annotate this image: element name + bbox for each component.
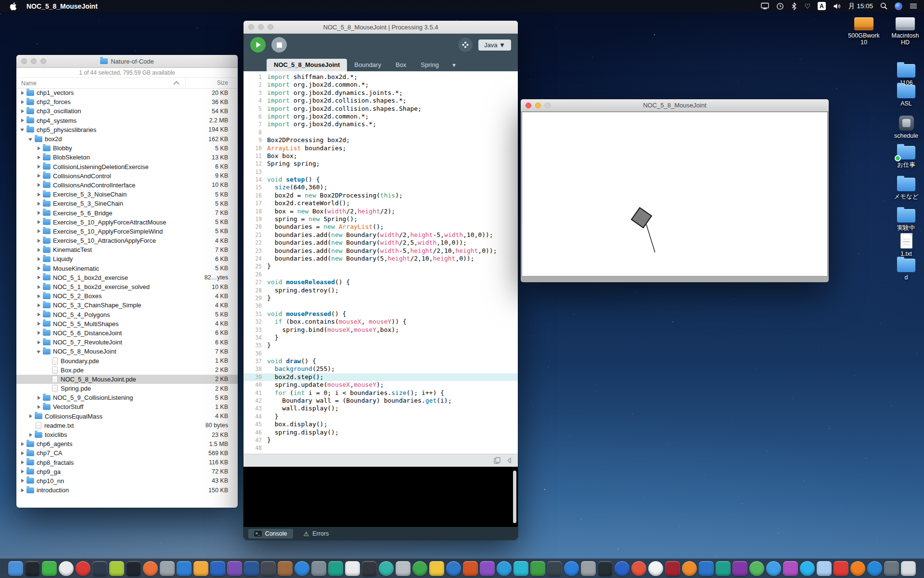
disclosure-triangle[interactable] [20, 127, 25, 132]
disclosure-triangle[interactable] [37, 155, 41, 160]
code-line[interactable]: 2import org.jbox2d.common.*; [244, 81, 518, 89]
code-line[interactable]: 30 [244, 302, 518, 310]
list-item[interactable]: Exercise_5_10_ApplyForceSimpleWind5 KB [16, 227, 238, 236]
list-item[interactable]: chp2_forces36 KB [16, 97, 238, 106]
code-line[interactable]: 29} [244, 294, 518, 302]
list-item[interactable]: CollisionsAndControlInterface10 KB [16, 181, 238, 190]
desktop-item[interactable]: schedule [888, 116, 924, 139]
list-item[interactable]: NOC_5_7_RevoluteJoint6 KB [16, 338, 238, 347]
dock-icon[interactable] [749, 561, 764, 576]
disclosure-triangle[interactable] [37, 220, 41, 224]
dock-icon[interactable] [564, 561, 579, 576]
editor-tab[interactable]: Spring [413, 59, 446, 71]
list-item[interactable]: chp6_agents1.5 MB [16, 439, 238, 448]
dock-icon[interactable] [25, 561, 40, 576]
list-item[interactable]: NOC_5_3_ChainShape_Simple4 KB [16, 301, 238, 310]
dock-icon[interactable] [817, 561, 832, 576]
list-item[interactable]: chp10_nn43 KB [16, 476, 238, 486]
dock-icon[interactable] [732, 561, 747, 576]
disclosure-triangle[interactable] [37, 294, 41, 299]
desktop-item[interactable]: お仕事 [888, 146, 924, 168]
list-item[interactable]: readme.txt80 bytes [16, 421, 238, 430]
code-line[interactable]: 38 background(255); [244, 365, 518, 373]
list-item[interactable]: CollisionsEqualMass4 KB [16, 412, 238, 421]
disclosure-triangle[interactable] [37, 201, 41, 206]
bluetooth-icon[interactable] [791, 2, 797, 10]
code-line[interactable]: 13 [244, 168, 518, 176]
apple-menu-icon[interactable] [10, 2, 17, 11]
dock-icon[interactable] [412, 561, 427, 576]
desktop-item[interactable]: Macintosh HD [887, 17, 924, 46]
dock-icon[interactable] [396, 561, 411, 576]
debug-button[interactable] [458, 38, 473, 52]
code-line[interactable]: 20 boundaries = new ArrayList(); [244, 223, 518, 231]
dock-icon[interactable] [328, 561, 343, 576]
input-source-icon[interactable]: A [818, 2, 826, 10]
code-line[interactable]: 8 [244, 129, 518, 136]
disclosure-triangle[interactable] [37, 275, 41, 280]
code-line[interactable]: 18 box = new Box(width/2,height/2); [244, 208, 518, 215]
stop-button[interactable] [271, 37, 287, 53]
disclosure-triangle[interactable] [20, 91, 25, 95]
column-header-size[interactable]: Size [185, 78, 238, 88]
code-line[interactable]: 41 for (int i = 0; i < boundaries.size()… [244, 389, 518, 397]
dock-icon[interactable] [345, 561, 360, 576]
list-item[interactable]: CollisionsAndControl9 KB [16, 171, 238, 181]
dock-icon[interactable] [311, 561, 326, 576]
code-line[interactable]: 22 boundaries.add(new Boundary(width/2,5… [244, 239, 518, 247]
list-item[interactable]: toxiclibs23 KB [16, 430, 238, 439]
list-item[interactable]: BlobSkeleton13 KB [16, 153, 238, 162]
list-item[interactable]: NOC_5_9_CollisionListening5 KB [16, 393, 238, 402]
close-button[interactable] [526, 103, 531, 108]
list-item[interactable]: NOC_5_8_MouseJoint7 KB [16, 347, 238, 356]
code-line[interactable]: 5import org.jbox2d.collision.shapes.Shap… [244, 105, 518, 113]
desktop-item[interactable]: メモなど [888, 178, 924, 200]
dock-icon[interactable] [631, 561, 646, 576]
heart-icon[interactable]: ♡ [804, 2, 810, 10]
disclosure-triangle[interactable] [37, 183, 41, 187]
dock-icon[interactable] [834, 561, 848, 576]
copy-errors-icon[interactable] [494, 457, 500, 464]
desktop-item[interactable]: 1.txt [888, 233, 924, 257]
code-line[interactable]: 32 if (box.contains(mouseX, mouseY)) { [244, 318, 518, 326]
list-item[interactable]: Boundary.pde1 KB [16, 356, 238, 365]
code-line[interactable]: 14void setup() { [244, 176, 518, 184]
editor-tab[interactable]: Boundary [347, 59, 388, 71]
dock-icon[interactable] [615, 561, 629, 576]
list-item[interactable]: NOC_5_6_DistanceJoint6 KB [16, 328, 238, 338]
dock-icon[interactable] [497, 561, 512, 576]
editor-tab[interactable]: NOC_5_8_MouseJoint [267, 59, 347, 71]
code-line[interactable]: 48 [244, 444, 518, 452]
code-line[interactable]: 26 [244, 271, 518, 278]
list-item[interactable]: VectorStuff1 KB [16, 402, 238, 411]
list-item[interactable]: CollisionListeningDeletionExercise6 KB [16, 162, 238, 171]
list-item[interactable]: chp9_ga72 KB [16, 467, 238, 476]
code-line[interactable]: 45 box.display(); [244, 420, 518, 428]
dock-icon[interactable] [867, 561, 882, 576]
dock-icon[interactable] [362, 561, 377, 576]
disclosure-triangle[interactable] [28, 414, 33, 419]
list-item[interactable]: chp3_oscillation54 KB [16, 106, 238, 116]
volume-icon[interactable] [833, 3, 841, 10]
dock-icon[interactable] [278, 561, 293, 576]
disclosure-triangle[interactable] [37, 340, 41, 345]
list-item[interactable]: Exercise_5_6_Bridge7 KB [16, 208, 238, 217]
list-item[interactable]: Exercise_5_3_SineChain5 KB [16, 199, 238, 208]
code-line[interactable]: 46 spring.display(); [244, 429, 518, 436]
dock-icon[interactable] [109, 561, 124, 576]
code-line[interactable]: 28 spring.destroy(); [244, 287, 518, 294]
code-line[interactable]: 25} [244, 263, 518, 270]
console-output[interactable] [244, 467, 518, 527]
dock-icon[interactable] [850, 561, 865, 576]
disclosure-triangle[interactable] [37, 173, 41, 178]
dock-icon[interactable] [143, 561, 158, 576]
list-item[interactable]: NOC_5_5_MultiShapes4 KB [16, 319, 238, 328]
code-line[interactable]: 21 boundaries.add(new Boundary(width/2,h… [244, 231, 518, 239]
dock-icon[interactable] [8, 561, 23, 576]
disclosure-triangle[interactable] [28, 433, 33, 437]
code-line[interactable]: 27void mouseReleased() { [244, 278, 518, 286]
code-line[interactable]: 44 } [244, 413, 518, 420]
code-line[interactable]: 39 box2d.step(); [244, 373, 518, 381]
dock-icon[interactable] [59, 561, 74, 576]
dock-icon[interactable] [76, 561, 90, 576]
